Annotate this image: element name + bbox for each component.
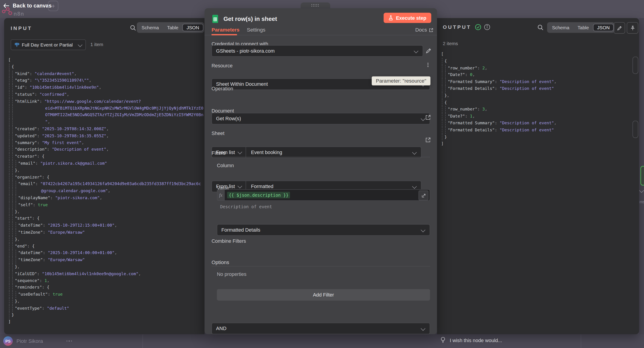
canvas-right-sliver: ms [639, 18, 644, 334]
sheet-label: Sheet [212, 131, 224, 136]
options-empty-text: No properties [217, 271, 246, 277]
credential-edit-pencil-icon[interactable] [426, 48, 432, 54]
json-line: "row_number": 2, [437, 65, 639, 72]
tab-settings[interactable]: Settings [247, 27, 266, 33]
execute-step-button[interactable]: Execute step [384, 13, 431, 23]
external-link-icon [429, 28, 434, 32]
output-panel-title: OUTPUT [443, 24, 471, 30]
output-tab-json[interactable]: JSON [593, 24, 614, 31]
active-tab-underline [212, 34, 237, 35]
document-value[interactable]: Event booking [246, 150, 282, 155]
json-line: "dateTime": "2025-10-29T12:15:00+01:00", [4, 222, 204, 229]
chevron-down-icon [238, 184, 242, 188]
user-menu[interactable]: PS Piotr Sikora [3, 336, 72, 346]
json-line: } [437, 134, 639, 140]
input-tab-schema[interactable]: Schema [138, 24, 163, 31]
json-line: "updated": "2025-10-29T08:16:35.055Z", [4, 132, 204, 139]
json-line: { [437, 99, 639, 106]
document-label: Document [212, 108, 234, 114]
sheet-open-external-icon[interactable] [425, 137, 431, 143]
n8n-brand-text: n8n [14, 11, 24, 17]
input-panel-title: INPUT [11, 26, 32, 31]
resource-label: Resource [212, 63, 232, 68]
json-line: eid=MTBiMTQ1bXRpNmJtNGxpNHZsMW5rMGVlOW4g… [4, 105, 204, 112]
wish-text: I wish this node would... [450, 337, 502, 343]
fx-badge[interactable]: fx [217, 189, 224, 201]
app-stage: n8n Back to canvas + PS Piotr Sikora I w… [0, 0, 644, 348]
json-line: "sequence": 1, [4, 278, 204, 284]
output-tab-schema[interactable]: Schema [548, 24, 574, 31]
output-pin-button[interactable] [627, 22, 638, 34]
json-line: "end": { [4, 243, 204, 250]
json-line: "creator": { [4, 153, 204, 160]
filter-column-value: Formatted Details [222, 227, 260, 233]
info-icon[interactable] [484, 24, 490, 30]
json-line: "etag": "\"3523451590110974\"", [4, 77, 204, 84]
json-line: "timeZone": "Europe/Warsaw" [4, 229, 204, 236]
input-panel: INPUT Schema Table JSON Full Day Event o… [4, 18, 204, 334]
json-line: "description": "Description of event", [4, 146, 204, 153]
json-line: "id": "10b145mti6bm4li4vl1nk0ee9n", [4, 84, 204, 91]
operation-value: Get Row(s) [216, 116, 241, 121]
options-divider [212, 266, 430, 266]
input-tab-json[interactable]: JSON [182, 24, 203, 31]
json-line: ] [437, 141, 639, 148]
input-json-view: [{"kind": "calendar#event","etag": "\"35… [4, 57, 204, 334]
output-scrollbar-thumb[interactable] [632, 57, 638, 74]
json-line: "timeZone": "Europe/Warsaw" [4, 256, 204, 264]
hidden-node-sliver [640, 166, 644, 186]
credential-select[interactable]: GSheets - piotr-sikora.com [212, 45, 423, 57]
open-expression-editor-button[interactable] [418, 190, 428, 200]
input-source-select[interactable]: Full Day Event or Partial [11, 40, 86, 50]
filter-column-select[interactable]: Formatted Details [217, 224, 430, 236]
output-edit-button[interactable] [614, 22, 625, 34]
input-search-icon[interactable] [130, 25, 136, 31]
document-open-external-icon[interactable] [425, 114, 431, 120]
json-line: "email": "07422cb4267a195c14934126fa9420… [4, 181, 204, 188]
new-tab-button[interactable]: + [48, 1, 58, 11]
json-line: "email": "piotr.sikora.ck@gmail.com" [4, 160, 204, 167]
json-line: "Date?": 1, [437, 113, 639, 120]
add-filter-label: Add Filter [313, 292, 334, 298]
output-view-tabs: Schema Table JSON [547, 22, 614, 33]
json-line: ", [4, 119, 204, 126]
chevron-down-icon [414, 48, 418, 53]
flask-icon [388, 15, 393, 21]
json-line: "status": "confirmed", [4, 91, 204, 98]
output-tab-table[interactable]: Table [574, 24, 593, 31]
docs-link[interactable]: Docs [415, 27, 434, 33]
field-options-dots-icon[interactable] [425, 62, 431, 68]
tab-parameters[interactable]: Parameters [212, 27, 240, 33]
back-to-canvas-link[interactable]: Back to canvas [3, 2, 52, 8]
output-panel: OUTPUT Schema Table JSON 2 items [{"row_… [437, 18, 639, 334]
output-scrollbar-thumb-2[interactable] [632, 121, 638, 138]
node-detail-modal: Get row(s) in sheet Execute step Paramet… [204, 8, 437, 334]
json-line: [ [437, 51, 639, 58]
json-line: "iCalUID": "10b145mti6bm4li4vl1nk0ee9n@g… [4, 270, 204, 277]
json-line: "organizer": { [4, 174, 204, 181]
output-search-icon[interactable] [537, 24, 544, 31]
collapsed-chevron-icon[interactable] [639, 188, 644, 193]
json-line: OTM0MTI2ZmE5NDIwNGQ5ZTAzYTZjZGIyMzVmZDMz… [4, 112, 204, 119]
output-items-count: 2 items [443, 41, 458, 46]
json-line: [ [4, 57, 204, 64]
operation-label: Operation [212, 86, 233, 92]
operation-select[interactable]: Get Row(s) [212, 113, 430, 124]
pin-icon [630, 25, 636, 31]
filters-header: Filters [212, 150, 226, 156]
json-line: "reminders": { [4, 284, 204, 291]
node-feedback-bar[interactable]: I wish this node would... [440, 337, 502, 344]
add-filter-button[interactable]: Add Filter [217, 289, 430, 300]
filter-value-expression-input[interactable]: {{ $json.description }} [224, 189, 430, 201]
filter-column-label: Column [217, 163, 234, 168]
user-menu-dots-icon[interactable] [66, 340, 72, 342]
document-resource-locator: From list Event booking [212, 146, 422, 158]
sheet-value[interactable]: Formatted [246, 184, 274, 189]
input-tab-table[interactable]: Table [163, 24, 182, 31]
json-line: }, [4, 264, 204, 270]
combine-filters-select[interactable]: AND [212, 323, 430, 334]
chevron-down-icon [421, 116, 425, 121]
json-line: }, [4, 298, 204, 305]
google-sheets-icon [211, 14, 220, 23]
json-line: "displayName": "piotr-sikora.com", [4, 195, 204, 202]
